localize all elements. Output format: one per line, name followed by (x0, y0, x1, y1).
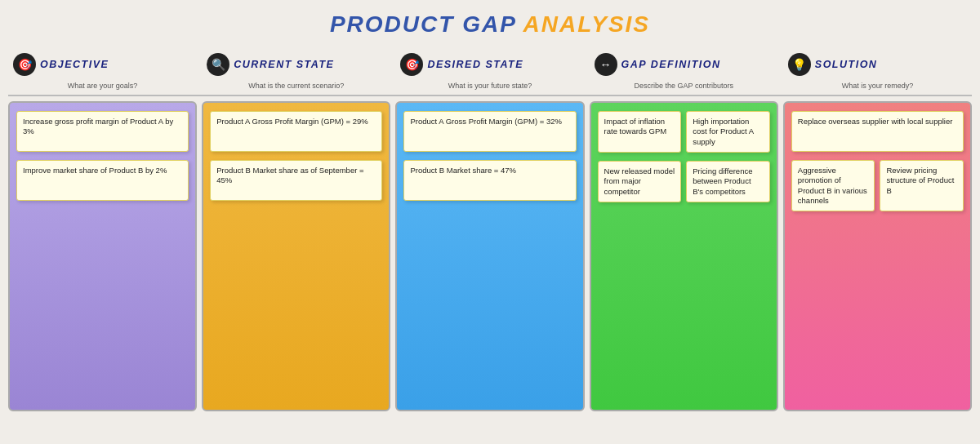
columns-area: Increase gross profit margin of Product … (8, 101, 972, 411)
column-objective: Increase gross profit margin of Product … (8, 101, 197, 411)
sticky-note[interactable]: Product A Gross Profit Margin (GPM) = 32… (403, 111, 576, 152)
sticky-note[interactable]: Aggressive promotion of Product B in var… (791, 160, 875, 211)
column-desired: Product A Gross Profit Margin (GPM) = 32… (395, 101, 584, 411)
solution-icon: 💡 (788, 53, 811, 76)
sticky-note[interactable]: Product B Market share as of September =… (210, 160, 382, 201)
sticky-note[interactable]: High importation cost for Product A supp… (686, 111, 770, 153)
subheader-objective: What are your goals? (8, 80, 197, 91)
sticky-note[interactable]: Product B Market share = 47% (403, 160, 576, 201)
column-current: Product A Gross Profit Margin (GPM) = 29… (202, 101, 390, 411)
header-current: 🔍 CURRENT STATE (202, 49, 390, 80)
gap-icon: ↔ (595, 53, 617, 76)
subheader-gap: Describe the GAP contributors (590, 80, 778, 91)
title-product: PRODUCT GAP (330, 11, 523, 37)
objective-label: OBJECTIVE (40, 59, 109, 70)
desired-icon: 🎯 (400, 53, 423, 76)
gap-label: GAP DEFINITION (621, 59, 721, 70)
page-wrapper: PRODUCT GAP ANALYSIS 🎯 OBJECTIVE 🔍 CURRE… (0, 0, 980, 444)
solution-label: SOLUTION (815, 59, 878, 70)
sticky-note[interactable]: Replace overseas supplier with local sup… (791, 111, 964, 152)
objective-icon: 🎯 (13, 53, 36, 76)
title-analysis: ANALYSIS (523, 11, 651, 37)
main-title: PRODUCT GAP ANALYSIS (8, 11, 972, 38)
subheader-desired: What is your future state? (395, 80, 584, 91)
solution-note-row-2: Aggressive promotion of Product B in var… (791, 160, 964, 211)
current-icon: 🔍 (207, 53, 229, 76)
header-gap: ↔ GAP DEFINITION (590, 49, 778, 80)
header-objective: 🎯 OBJECTIVE (8, 49, 197, 80)
column-solution: Replace overseas supplier with local sup… (783, 101, 972, 411)
sticky-note[interactable]: Improve market share of Product B by 2% (16, 160, 189, 201)
gap-note-row-2: New released model from major competitor… (598, 161, 770, 202)
sticky-note[interactable]: Product A Gross Profit Margin (GPM) = 29… (210, 111, 382, 152)
gap-note-row-1: Impact of inflation rate towards GPM Hig… (598, 111, 770, 153)
sticky-note[interactable]: Increase gross profit margin of Product … (16, 111, 189, 152)
sticky-note[interactable]: Pricing difference between Product B's c… (686, 161, 770, 202)
sticky-note[interactable]: Review pricing structure of Product B (880, 160, 964, 211)
solution-note-row-1: Replace overseas supplier with local sup… (791, 111, 964, 152)
sticky-note[interactable]: Impact of inflation rate towards GPM (598, 111, 682, 153)
subheader-row: What are your goals? What is the current… (8, 80, 972, 96)
subheader-current: What is the current scenario? (202, 80, 390, 91)
columns-header-row: 🎯 OBJECTIVE 🔍 CURRENT STATE 🎯 DESIRED ST… (8, 49, 972, 80)
header-desired: 🎯 DESIRED STATE (395, 49, 584, 80)
desired-label: DESIRED STATE (427, 59, 523, 70)
sticky-note[interactable]: New released model from major competitor (598, 161, 682, 202)
subheader-solution: What is your remedy? (783, 80, 972, 91)
header-solution: 💡 SOLUTION (783, 49, 972, 80)
current-label: CURRENT STATE (234, 59, 334, 70)
column-gap: Impact of inflation rate towards GPM Hig… (590, 101, 778, 411)
